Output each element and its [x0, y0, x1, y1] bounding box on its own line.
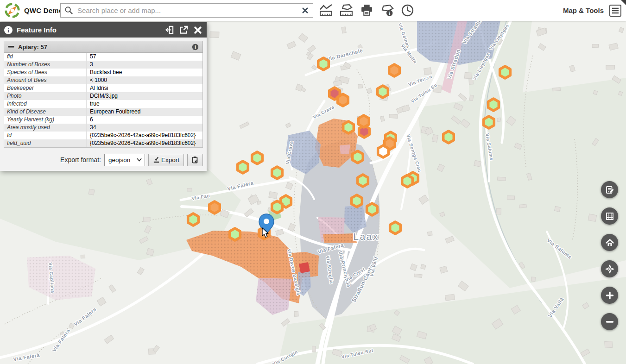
topbar-right: Map & Tools [563, 0, 621, 21]
tool-print-button[interactable] [359, 2, 374, 18]
apiary-marker-green[interactable] [500, 66, 511, 78]
copy-to-clipboard-button[interactable] [187, 154, 203, 166]
attribute-label: Yearly Harvest (kg) [4, 116, 87, 124]
export-button-label: Export [161, 157, 179, 163]
top-bar: QWC Demo i Map & Tools [0, 0, 626, 21]
app-title: QWC Demo [24, 6, 63, 14]
export-button[interactable]: Export [148, 154, 184, 166]
apiary-marker-green[interactable] [488, 99, 499, 111]
sketch-button[interactable] [601, 181, 618, 198]
attribute-value: Al Idrisi [87, 84, 202, 92]
feature-info-header[interactable]: i Feature Info [0, 22, 207, 38]
attribute-value: true [87, 100, 202, 108]
attribute-label: Beekeeper [4, 84, 87, 92]
attribute-row: fid57 [4, 53, 202, 61]
panel-title: Feature Info [17, 26, 160, 34]
attribute-label: Number of Boxes [4, 61, 87, 69]
zoom-in-icon [605, 291, 614, 300]
search-input[interactable] [60, 3, 313, 18]
town-label: Laax [353, 231, 379, 242]
feature-info-icon[interactable]: i [192, 44, 199, 50]
map-and-tools-label[interactable]: Map & Tools [563, 6, 604, 14]
attribute-label: field_uuid [4, 139, 87, 147]
field-pink-sliver[interactable] [340, 144, 350, 154]
attribute-row: Infectedtrue [4, 100, 202, 108]
clear-search-icon[interactable] [301, 6, 309, 14]
apiary-marker-green[interactable] [230, 228, 240, 240]
search-icon [64, 6, 73, 15]
apiary-marker-orange[interactable] [338, 94, 348, 106]
menu-button[interactable] [609, 5, 621, 17]
apiary-marker-green[interactable] [272, 201, 283, 213]
apiary-marker-green[interactable] [238, 161, 248, 173]
locate-button[interactable] [601, 260, 618, 277]
open-window-button[interactable] [178, 25, 189, 35]
feature-title: Apiary: 57 [18, 44, 192, 50]
attribute-table-button[interactable] [601, 207, 618, 225]
attribute-value: 6 [87, 116, 202, 124]
attribute-row: field_uuid{0235be9c-2026-42ac-a99c-f9e81… [4, 139, 202, 147]
export-bar: Export format: geojson Export [4, 153, 203, 166]
attribute-value: {0235be9c-2026-42ac-a99c-f9e8183fc602} [87, 139, 202, 147]
apiary-marker-green[interactable] [318, 58, 329, 70]
attribute-label: Area mostly used [4, 124, 87, 132]
apiary-marker-green[interactable] [343, 121, 354, 133]
chevron-down-icon [137, 158, 142, 162]
tool-measure-area-button[interactable] [338, 2, 354, 18]
close-panel-button[interactable] [193, 25, 203, 35]
tool-measure-line-button[interactable] [318, 2, 334, 18]
attribute-label: fid [4, 53, 87, 61]
apiary-marker-green[interactable] [402, 175, 413, 187]
identify-region-icon: i [380, 4, 394, 17]
compass-logo-icon [4, 2, 21, 19]
locate-icon [605, 264, 614, 274]
collapse-icon[interactable] [8, 44, 14, 50]
attribute-table-icon [605, 212, 614, 221]
svg-text:i: i [195, 44, 196, 50]
feature-section-header[interactable]: Apiary: 57 i [4, 41, 203, 53]
export-format-label: Export format: [60, 156, 101, 163]
selected-building[interactable] [299, 262, 310, 273]
home-button[interactable] [601, 234, 618, 251]
apiary-marker-green[interactable] [272, 167, 283, 179]
apiary-marker-green[interactable] [443, 131, 454, 143]
attribute-row: Yearly Harvest (kg)6 [4, 116, 202, 124]
attribute-value: {0235be9c-2026-42ac-a99c-f9e8183fc602} [87, 132, 202, 139]
apiary-marker-green[interactable] [390, 222, 401, 234]
apiary-marker-white[interactable] [378, 145, 389, 157]
apiary-marker-green[interactable] [352, 195, 362, 207]
attribute-row: PhotoDCIM/3.jpg [4, 92, 202, 100]
tool-time-button[interactable] [399, 2, 415, 18]
clipboard-icon [191, 156, 199, 163]
apiary-marker-green[interactable] [358, 175, 368, 187]
dock-panel-button[interactable] [164, 25, 174, 35]
apiary-marker-orange[interactable] [359, 115, 369, 127]
attribute-value: 57 [87, 53, 202, 61]
zoom-out-button[interactable] [601, 313, 618, 330]
apiary-marker-green[interactable] [367, 203, 378, 215]
zoom-out-icon [605, 317, 614, 326]
svg-text:i: i [389, 10, 390, 16]
apiary-marker-green[interactable] [188, 213, 199, 226]
time-icon [401, 4, 414, 17]
apiary-marker-green[interactable] [378, 86, 388, 98]
tool-identify-region-button[interactable]: i [379, 2, 395, 18]
attribute-value: < 1000 [87, 76, 202, 84]
svg-text:i: i [7, 26, 9, 33]
measure-line-icon [319, 4, 333, 17]
apiary-marker-orange[interactable] [209, 201, 220, 213]
attribute-label: Id [4, 132, 87, 139]
attribute-row: BeekeeperAl Idrisi [4, 84, 202, 92]
zoom-in-button[interactable] [601, 287, 618, 304]
export-format-value: geojson [108, 157, 137, 163]
corner-decoration [621, 0, 626, 5]
apiary-marker-green[interactable] [484, 116, 494, 128]
export-format-select[interactable]: geojson [104, 154, 145, 166]
attribute-value: Buckfast bee [87, 69, 202, 76]
attribute-row: Number of Boxes3 [4, 61, 202, 69]
apiary-marker-orange[interactable] [389, 64, 400, 76]
apiary-marker-green[interactable] [252, 152, 263, 164]
apiary-marker-green[interactable] [353, 151, 363, 163]
field-orange-strip[interactable] [323, 233, 357, 243]
attribute-label: Amount of Bees [4, 76, 87, 84]
